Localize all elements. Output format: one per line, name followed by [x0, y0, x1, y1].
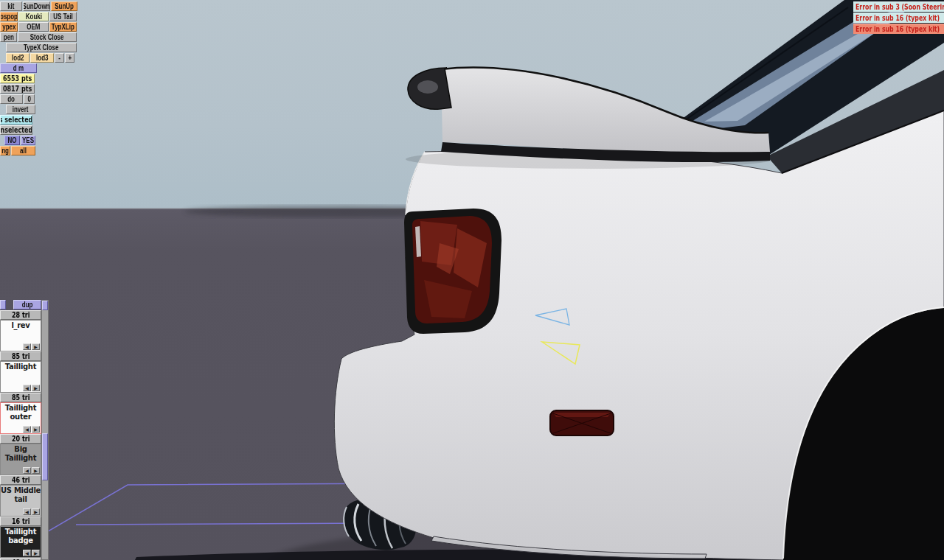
typxlip-button[interactable]: TypXLip — [49, 22, 77, 32]
undo-button[interactable]: do — [0, 94, 23, 104]
lod2-button[interactable]: lod2 — [6, 53, 30, 63]
next-arrow-icon[interactable]: ▶ — [32, 426, 40, 433]
sunup-button[interactable]: SunUp — [51, 1, 77, 11]
object-name-box[interactable]: Big Taillight ◀▶ — [0, 444, 41, 475]
invert-button[interactable]: invert — [6, 105, 35, 114]
tri-count: 85 tri — [0, 351, 41, 361]
object-name-box[interactable]: US Middle tail ◀▶ — [0, 485, 41, 517]
points-total-count: 0817 pts — [0, 84, 35, 94]
taillight — [404, 209, 502, 334]
zero-button[interactable]: 0 — [24, 94, 35, 104]
prev-arrow-icon[interactable]: ◀ — [23, 385, 31, 391]
no-button[interactable]: NO — [4, 136, 20, 145]
next-arrow-icon[interactable]: ▶ — [32, 467, 40, 474]
list-item: 28 tri l_rev ◀▶ — [0, 310, 41, 351]
prev-arrow-icon[interactable]: ◀ — [23, 426, 31, 433]
prev-arrow-icon[interactable]: ◀ — [23, 467, 31, 474]
open-button[interactable]: pen — [0, 32, 17, 42]
next-arrow-icon[interactable]: ▶ — [32, 508, 40, 515]
lod-plus-button[interactable]: + — [65, 53, 74, 63]
error-row[interactable]: Error in sub 3 (Soon Steerin — [853, 1, 944, 12]
lod3-button[interactable]: lod3 — [30, 53, 54, 63]
object-name-box[interactable]: Taillight ◀▶ — [0, 361, 41, 393]
list-header-gap — [6, 300, 13, 309]
unselected-indicator: nselected — [0, 125, 32, 135]
tri-count: 28 tri — [0, 310, 41, 320]
mode-button[interactable]: d m — [0, 63, 37, 73]
next-arrow-icon[interactable]: ▶ — [32, 343, 40, 350]
kit-button[interactable]: kit — [0, 1, 22, 11]
oem-button[interactable]: OEM — [18, 22, 49, 32]
viewport-3d[interactable] — [0, 0, 944, 560]
tri-count: 85 tri — [0, 393, 41, 402]
side-marker-light — [550, 410, 614, 435]
ypex-button[interactable]: ypex — [0, 22, 18, 32]
object-name-box[interactable]: l_rev ◀▶ — [0, 320, 41, 351]
list-header-stub[interactable] — [0, 300, 6, 309]
scrollbar-thumb[interactable] — [42, 433, 48, 480]
object-name-box[interactable]: Taillight badge ◀▶ — [0, 526, 41, 558]
list-item: 16 tri Taillight badge ◀▶ — [0, 517, 41, 558]
dup-button[interactable]: dup — [13, 300, 41, 309]
list-item: 20 tri Big Taillight ◀▶ — [0, 434, 41, 475]
list-item: 85 tri Taillight ◀▶ — [0, 351, 41, 393]
stock-close-button[interactable]: Stock Close — [18, 32, 77, 42]
list-item: 46 tri US Middle tail ◀▶ — [0, 475, 41, 517]
ng-button[interactable]: ng — [0, 146, 10, 155]
lod-minus-button[interactable]: - — [55, 53, 64, 63]
toolbar-panel: kit SunDown SunUp ospop Kouki US Tail yp… — [0, 1, 78, 63]
scrollbar-thumb[interactable] — [42, 301, 48, 310]
sundown-button[interactable]: SunDown — [23, 1, 50, 11]
tri-count: 20 tri — [0, 434, 41, 444]
all-button[interactable]: all — [11, 146, 35, 155]
kouki-button[interactable]: Kouki — [18, 12, 49, 21]
error-row[interactable]: Error in sub 16 (typex kit) — [853, 13, 944, 23]
ospop-button[interactable]: ospop — [0, 12, 18, 21]
selected-indicator: s selected — [0, 115, 32, 125]
us-tail-button[interactable]: US Tail — [49, 12, 77, 21]
yes-button[interactable]: YES — [21, 136, 35, 145]
prev-arrow-icon[interactable]: ◀ — [23, 343, 31, 350]
error-row[interactable]: Error in sub 16 (typex kit) — [853, 24, 944, 34]
typex-close-button[interactable]: TypeX Close — [6, 43, 77, 52]
list-item: 85 tri Taillight outer ◀▶ — [0, 393, 41, 434]
points-selected-count: 6553 pts — [0, 74, 35, 83]
object-list-panel: dup 28 tri l_rev ◀▶ 85 tri Taillight ◀▶ … — [0, 300, 41, 560]
object-name-box[interactable]: Taillight outer ◀▶ — [0, 402, 41, 434]
prev-arrow-icon[interactable]: ◀ — [23, 508, 31, 515]
object-list-scrollbar[interactable] — [41, 300, 49, 560]
next-arrow-icon[interactable]: ▶ — [32, 550, 40, 556]
tri-count: 46 tri — [0, 475, 41, 485]
selection-panel: d m 6553 pts 0817 pts do 0 invert s sele… — [0, 63, 38, 156]
prev-arrow-icon[interactable]: ◀ — [23, 550, 31, 556]
tri-count: 16 tri — [0, 517, 41, 526]
next-arrow-icon[interactable]: ▶ — [32, 385, 40, 391]
error-console: Error in sub 3 (Soon Steerin Error in su… — [853, 1, 944, 35]
